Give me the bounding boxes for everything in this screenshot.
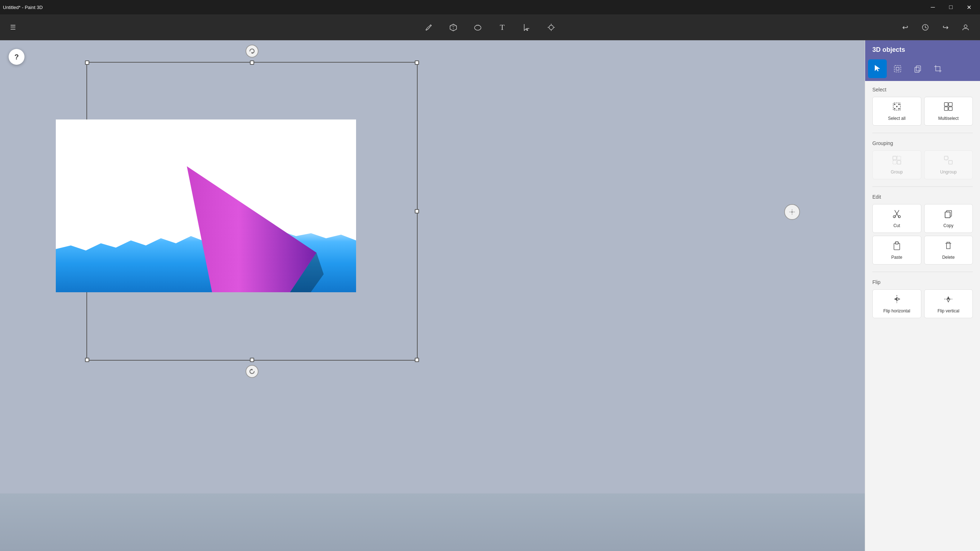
svg-rect-46 xyxy=(893,160,896,164)
divider-3 xyxy=(872,272,973,272)
svg-point-1 xyxy=(474,25,481,30)
handle-bottom-right[interactable] xyxy=(415,358,419,362)
handle-bottom-left[interactable] xyxy=(85,358,89,362)
minimize-button[interactable]: ─ xyxy=(924,0,941,14)
brush-tool[interactable] xyxy=(420,19,438,36)
svg-rect-56 xyxy=(945,212,950,218)
copy-button[interactable]: Copy xyxy=(924,204,973,233)
flip-horizontal-label: Flip horizontal xyxy=(883,308,910,313)
profile-button[interactable] xyxy=(958,20,973,35)
delete-label: Delete xyxy=(942,255,955,260)
paste-label: Paste xyxy=(891,255,902,260)
canvas-ground xyxy=(0,494,865,551)
flip-actions: Flip horizontal Flip vertical xyxy=(872,289,973,318)
handle-top-right[interactable] xyxy=(415,60,419,65)
group-icon xyxy=(892,155,902,167)
tab-copy[interactable] xyxy=(908,59,927,78)
svg-rect-41 xyxy=(944,107,948,111)
svg-marker-63 xyxy=(897,298,900,300)
delete-button[interactable]: Delete xyxy=(924,236,973,265)
svg-point-15 xyxy=(791,211,793,213)
svg-rect-44 xyxy=(897,160,901,164)
flip-horizontal-button[interactable]: Flip horizontal xyxy=(872,289,921,318)
flip-vertical-button[interactable]: Flip vertical xyxy=(924,289,973,318)
help-button[interactable]: ? xyxy=(9,49,24,65)
select-all-label: Select all xyxy=(888,116,905,121)
svg-marker-62 xyxy=(894,298,897,300)
titlebar-left: Untitled* - Paint 3D xyxy=(3,5,43,10)
cut-label: Cut xyxy=(893,223,900,228)
svg-rect-45 xyxy=(897,156,901,160)
flip-section-title: Flip xyxy=(872,279,973,285)
select-tool[interactable] xyxy=(518,19,535,36)
svg-point-37 xyxy=(898,108,900,110)
svg-point-3 xyxy=(549,25,554,30)
edit-actions: Cut Copy Paste xyxy=(872,204,973,265)
flip-vertical-icon xyxy=(943,294,953,306)
ungroup-icon xyxy=(943,155,953,167)
undo-button[interactable]: ↩ xyxy=(898,20,912,35)
maximize-button[interactable]: □ xyxy=(943,0,959,14)
handle-top-center[interactable] xyxy=(250,60,254,65)
cone-3d xyxy=(158,138,338,292)
tab-select[interactable] xyxy=(868,59,887,78)
hamburger-menu[interactable]: ☰ xyxy=(6,20,20,35)
ungroup-label: Ungroup xyxy=(940,170,956,175)
redo-button[interactable]: ↪ xyxy=(938,20,953,35)
divider-1 xyxy=(872,133,973,133)
help-icon: ? xyxy=(14,53,19,61)
close-button[interactable]: ✕ xyxy=(961,0,977,14)
flip-vertical-label: Flip vertical xyxy=(937,308,959,313)
3d-objects-tool[interactable] xyxy=(445,19,462,36)
edit-section-title: Edit xyxy=(872,194,973,200)
cut-button[interactable]: Cut xyxy=(872,204,921,233)
svg-rect-31 xyxy=(916,66,921,71)
right-panel: 3D objects Select xyxy=(865,40,980,551)
svg-point-36 xyxy=(894,108,896,110)
grouping-actions: Group Ungroup xyxy=(872,151,973,179)
svg-point-9 xyxy=(964,25,967,28)
history-button[interactable] xyxy=(918,20,932,35)
2d-shapes-tool[interactable] xyxy=(469,19,487,36)
cut-icon xyxy=(892,209,902,221)
svg-point-38 xyxy=(896,106,897,107)
group-button[interactable]: Group xyxy=(872,151,921,179)
paste-button[interactable]: Paste xyxy=(872,236,921,265)
svg-rect-32 xyxy=(915,67,919,72)
svg-rect-47 xyxy=(944,156,948,160)
window-title: Untitled* - Paint 3D xyxy=(3,5,43,10)
canvas-area[interactable]: ? xyxy=(0,40,865,551)
select-section-title: Select xyxy=(872,87,973,92)
copy-label: Copy xyxy=(943,223,953,228)
select-all-icon xyxy=(892,102,902,114)
flip-horizontal-icon xyxy=(892,294,902,306)
select-all-button[interactable]: Select all xyxy=(872,97,921,125)
edit-section: Edit Cut Copy xyxy=(865,188,980,270)
grouping-section: Grouping Group Ungroup xyxy=(865,135,980,185)
svg-rect-48 xyxy=(949,160,952,164)
text-tool[interactable]: T xyxy=(493,19,511,36)
toolbar-actions: ↩ ↪ xyxy=(898,20,973,35)
group-label: Group xyxy=(891,170,903,175)
multiselect-button[interactable]: Multiselect xyxy=(924,97,973,125)
tab-crop[interactable] xyxy=(929,59,947,78)
handle-mid-right[interactable] xyxy=(415,209,419,213)
svg-line-0 xyxy=(431,25,431,25)
svg-rect-30 xyxy=(896,67,899,70)
handle-bottom-center[interactable] xyxy=(250,358,254,362)
canvas-content xyxy=(56,119,356,292)
rotate-handle-bottom[interactable] xyxy=(245,365,258,378)
handle-top-left[interactable] xyxy=(85,60,89,65)
svg-marker-28 xyxy=(875,65,880,71)
effects-tool[interactable] xyxy=(542,19,560,36)
svg-rect-42 xyxy=(949,107,952,111)
rotate-handle-top[interactable] xyxy=(245,44,258,57)
ungroup-button[interactable]: Ungroup xyxy=(924,151,973,179)
svg-point-35 xyxy=(898,104,900,105)
tab-3d-select[interactable] xyxy=(888,59,907,78)
z-control-right[interactable] xyxy=(784,204,800,220)
panel-header: 3D objects xyxy=(865,40,980,59)
svg-rect-59 xyxy=(896,242,898,244)
select-section: Select Select all Multiselect xyxy=(865,81,980,131)
svg-rect-29 xyxy=(894,65,901,72)
